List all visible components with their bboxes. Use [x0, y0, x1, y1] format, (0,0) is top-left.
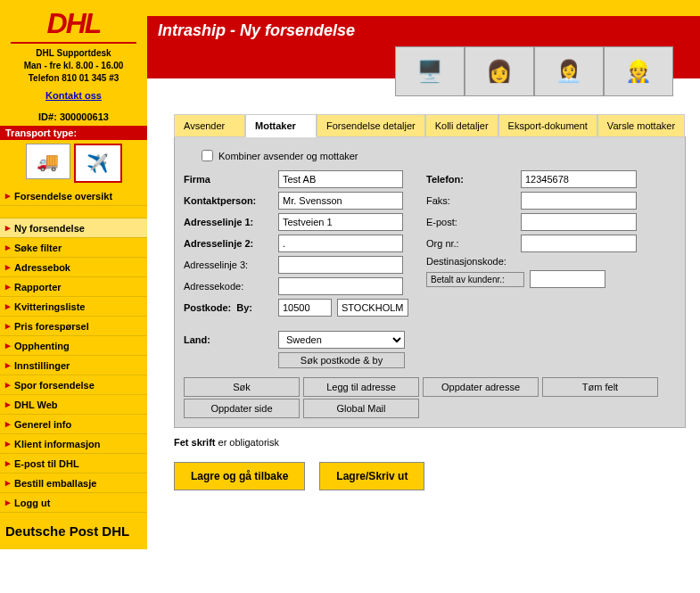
- btn-oppdater-side[interactable]: Oppdater side: [184, 399, 300, 418]
- header-images: 🖥️ 👩 👩‍💼 👷: [395, 46, 673, 96]
- input-epost[interactable]: [521, 213, 637, 231]
- nav-generel-info[interactable]: ▸Generel info: [0, 415, 147, 434]
- input-addrkode[interactable]: [278, 277, 403, 295]
- label-faks: Faks:: [426, 195, 515, 206]
- nav-kvitteringsliste[interactable]: ▸Kvitteringsliste: [0, 297, 147, 317]
- arrow-icon: ▸: [5, 399, 11, 410]
- tab-mottaker[interactable]: Mottaker: [245, 114, 317, 137]
- input-faks[interactable]: [521, 192, 637, 210]
- arrow-icon: ▸: [5, 359, 11, 371]
- input-addr3[interactable]: [278, 256, 403, 274]
- label-land: Land:: [184, 334, 273, 345]
- nav-forsendelse-oversikt[interactable]: ▸Forsendelse oversikt: [0, 186, 147, 206]
- form-panel: Kombiner avsender og mottaker Firma Kont…: [174, 136, 686, 428]
- arrow-icon: ▸: [5, 320, 11, 332]
- label-addrkode: Adressekode:: [184, 281, 273, 292]
- label-betalt: Betalt av kundenr.:: [426, 272, 524, 287]
- nav-epost-til-dhl[interactable]: ▸E-post til DHL: [0, 454, 147, 474]
- main-content: Intraship - Ny forsendelse 🖥️ 👩 👩‍💼 👷 Av…: [147, 0, 700, 549]
- logo-area: DHL DHL Supportdesk Man - fre kl. 8.00 -…: [0, 0, 147, 108]
- input-firma[interactable]: [278, 170, 403, 188]
- nav-adressebok[interactable]: ▸Adressebok: [0, 258, 147, 277]
- nav-rapporter[interactable]: ▸Rapporter: [0, 277, 147, 297]
- arrow-icon: ▸: [5, 242, 11, 253]
- arrow-icon: ▸: [5, 222, 11, 234]
- tab-eksport-dokument[interactable]: Eksport-dokument: [498, 114, 597, 137]
- nav-logg-ut[interactable]: ▸Logg ut: [0, 493, 147, 513]
- person-icon: 👩: [465, 46, 534, 96]
- label-addr2: Adresselinje 2:: [184, 238, 273, 249]
- nav-soke-filter[interactable]: ▸Søke filter: [0, 238, 147, 258]
- tab-varsle-mottaker[interactable]: Varsle mottaker: [597, 114, 685, 137]
- label-orgnr: Org nr.:: [426, 238, 515, 249]
- footer-logo: Deutsche Post DHL: [0, 513, 147, 549]
- btn-legg-til[interactable]: Legg til adresse: [303, 377, 419, 397]
- support-line1: DHL Supportdesk: [4, 47, 144, 60]
- transport-type-header: Transport type:: [0, 126, 147, 140]
- btn-oppdater-adresse[interactable]: Oppdater adresse: [423, 377, 539, 397]
- arrow-icon: ▸: [5, 340, 11, 351]
- label-by: By:: [236, 302, 252, 313]
- page-header: Intraship - Ny forsendelse 🖥️ 👩 👩‍💼 👷: [147, 16, 700, 78]
- page-title: Intraship - Ny forsendelse: [158, 21, 689, 40]
- input-addr2[interactable]: [278, 235, 403, 252]
- input-kontaktperson[interactable]: [278, 192, 403, 210]
- combine-label: Kombiner avsender og mottaker: [218, 151, 358, 161]
- nav-dhl-web[interactable]: ▸DHL Web: [0, 395, 147, 415]
- btn-lagre-tilbake[interactable]: Lagre og gå tilbake: [174, 462, 305, 490]
- arrow-icon: ▸: [5, 497, 11, 508]
- input-telefon[interactable]: [521, 170, 637, 188]
- arrow-icon: ▸: [5, 477, 11, 489]
- nav-innstillinger[interactable]: ▸Innstillinger: [0, 356, 147, 375]
- btn-lagre-skriv[interactable]: Lagre/Skriv ut: [319, 462, 424, 490]
- arrow-icon: ▸: [5, 261, 11, 273]
- arrow-icon: ▸: [5, 281, 11, 292]
- label-firma: Firma: [184, 174, 273, 185]
- contact-link[interactable]: Kontakt oss: [4, 90, 144, 101]
- arrow-icon: ▸: [5, 438, 11, 449]
- sidebar: DHL DHL Supportdesk Man - fre kl. 8.00 -…: [0, 0, 147, 549]
- arrow-icon: ▸: [5, 418, 11, 430]
- screen-icon: 🖥️: [395, 46, 465, 96]
- arrow-icon: ▸: [5, 457, 11, 469]
- person-icon: 👩‍💼: [534, 46, 604, 96]
- select-land[interactable]: Sweden: [278, 331, 405, 349]
- combine-checkbox[interactable]: [202, 150, 213, 161]
- btn-global-mail[interactable]: Global Mail: [303, 399, 419, 418]
- btn-sok-postkode[interactable]: Søk postkode & by: [278, 352, 405, 368]
- worker-icon: 👷: [604, 46, 673, 96]
- label-addr1: Adresselinje 1:: [184, 217, 273, 227]
- tab-forsendelse-detaljer[interactable]: Forsendelse detaljer: [317, 114, 425, 137]
- arrow-icon: ▸: [5, 190, 11, 202]
- required-note: Fet skrift er obligatorisk: [174, 437, 686, 448]
- label-postkode: Postkode:: [184, 302, 231, 313]
- input-postkode[interactable]: [278, 299, 332, 317]
- truck-icon[interactable]: 🚚: [26, 144, 70, 179]
- input-betalt[interactable]: [530, 270, 605, 288]
- label-kontaktperson: Kontaktperson:: [184, 195, 273, 206]
- nav-ny-forsendelse[interactable]: ▸Ny forsendelse: [0, 218, 147, 238]
- nav-pris-foresporsel[interactable]: ▸Pris forespørsel: [0, 317, 147, 336]
- tab-kolli-detaljer[interactable]: Kolli detaljer: [425, 114, 498, 137]
- btn-sok[interactable]: Søk: [184, 377, 300, 397]
- btn-tom-felt[interactable]: Tøm felt: [542, 377, 658, 397]
- plane-icon[interactable]: ✈️: [74, 144, 122, 183]
- nav-spor-forsendelse[interactable]: ▸Spor forsendelse: [0, 375, 147, 395]
- arrow-icon: ▸: [5, 379, 11, 391]
- label-epost: E-post:: [426, 217, 515, 227]
- dhl-logo: DHL: [4, 7, 144, 40]
- nav-opphenting[interactable]: ▸Opphenting: [0, 336, 147, 356]
- label-telefon: Telefon:: [426, 174, 515, 185]
- id-label: ID#: 300000613: [0, 108, 147, 126]
- tab-avsender[interactable]: Avsender: [174, 114, 245, 137]
- nav-klient-informasjon[interactable]: ▸Klient informasjon: [0, 434, 147, 454]
- tabs: Avsender Mottaker Forsendelse detaljer K…: [174, 114, 686, 137]
- input-by[interactable]: [337, 299, 408, 317]
- input-orgnr[interactable]: [521, 235, 637, 252]
- support-line2: Man - fre kl. 8.00 - 16.00: [4, 60, 144, 72]
- transport-type-selector: 🚚 ✈️: [0, 140, 147, 186]
- support-line3: Telefon 810 01 345 #3: [4, 72, 144, 85]
- nav-bestill-emballasje[interactable]: ▸Bestill emballasje: [0, 474, 147, 493]
- arrow-icon: ▸: [5, 301, 11, 312]
- input-addr1[interactable]: [278, 213, 403, 231]
